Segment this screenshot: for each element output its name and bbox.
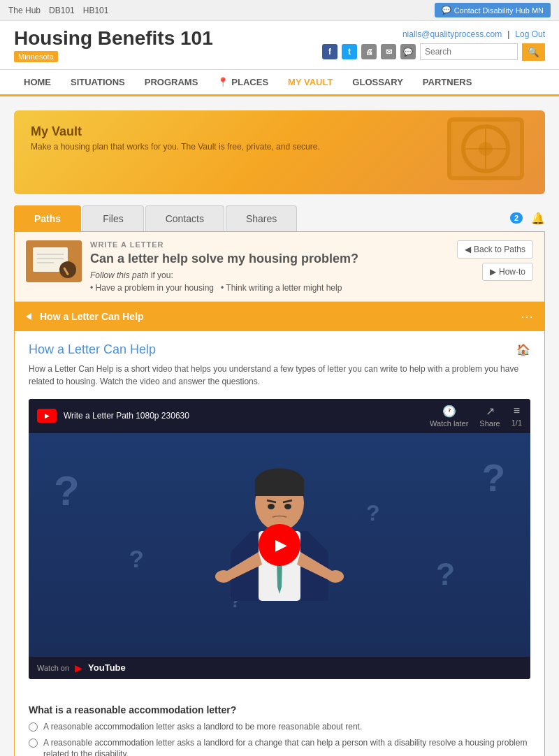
back-to-paths-button[interactable]: ◀ Back to Paths [457, 240, 533, 259]
content-area: How a Letter Can Help 🏠 How a Letter Can… [15, 331, 544, 756]
topbar-link-db101[interactable]: DB101 [49, 6, 75, 15]
section-header-title: How a Letter Can Help [26, 311, 144, 322]
watch-later-button[interactable]: 🕐 Watch later [430, 405, 468, 428]
questions-section: What is a reasonable accommodation lette… [29, 693, 530, 756]
main-nav: HOME SITUATIONS PROGRAMS 📍 PLACES MY VAU… [0, 70, 559, 96]
svg-point-5 [59, 261, 76, 278]
question-1-label: What is a reasonable accommodation lette… [29, 704, 530, 715]
tabs-container: Paths Files Contacts Shares 2 🔔 [14, 205, 545, 231]
clock-icon: 🕐 [442, 405, 456, 418]
letter-illustration [26, 240, 82, 282]
nav-my-vault[interactable]: MY VAULT [278, 70, 342, 96]
triangle-icon [26, 313, 31, 320]
svg-point-17 [327, 570, 344, 583]
bell-icon[interactable]: 🔔 [531, 212, 545, 225]
svg-point-13 [284, 504, 291, 509]
video-count: ≡ 1/1 [511, 405, 522, 427]
header-right: nialls@qualityprocess.com | Log Out f t … [322, 29, 545, 61]
section-menu-dots[interactable]: ⋯ [521, 309, 533, 324]
chat-icon: 💬 [442, 6, 451, 15]
search-button[interactable]: 🔍 [522, 43, 545, 61]
section-header[interactable]: How a Letter Can Help ⋯ [15, 302, 544, 331]
top-bar: The Hub DB101 HB101 💬 Contact Disability… [0, 0, 559, 21]
twitter-icon[interactable]: t [342, 44, 357, 59]
main-content: My Vault Make a housing plan that works … [0, 96, 559, 756]
path-title: Can a letter help solve my housing probl… [90, 252, 449, 266]
logout-link[interactable]: Log Out [515, 29, 545, 39]
page-title: Housing Benefits 101 [14, 28, 213, 50]
svg-rect-9 [255, 479, 304, 496]
path-actions: ◀ Back to Paths ▶ How-to [457, 240, 533, 281]
tab-contacts[interactable]: Contacts [145, 205, 224, 231]
vault-safe-graphic [447, 117, 524, 180]
video-container[interactable]: Write a Letter Path 1080p 230630 🕐 Watch… [29, 399, 530, 679]
topbar-link-hub[interactable]: The Hub [8, 6, 41, 15]
vault-icon [447, 117, 531, 187]
notification-badge: 2 [510, 212, 523, 224]
social-icons: f t 🖨 ✉ 💬 [322, 44, 416, 59]
search-input[interactable] [420, 43, 518, 60]
video-icon: ▶ [490, 267, 496, 277]
places-pin-icon: 📍 [217, 77, 228, 87]
content-description: How a Letter Can Help is a short video t… [29, 363, 530, 388]
play-button[interactable] [259, 524, 300, 566]
header-actions: nialls@qualityprocess.com | Log Out [402, 29, 545, 39]
video-controls: 🕐 Watch later ↗ Share ≡ 1/1 [430, 405, 522, 428]
vault-banner: My Vault Make a housing plan that works … [14, 110, 545, 194]
radio-q1-opt1-label: A reasonable accommodation letter asks a… [43, 721, 362, 733]
header: Housing Benefits 101 Minnesota nialls@qu… [0, 21, 559, 70]
video-footer: Watch on ▶ YouTube [29, 657, 530, 679]
video-top-bar: Write a Letter Path 1080p 230630 🕐 Watch… [29, 399, 530, 433]
path-card: WRITE A LETTER Can a letter help solve m… [14, 231, 545, 756]
path-bullets: • Have a problem in your housing • Think… [90, 283, 449, 293]
radio-q1-opt2[interactable] [29, 739, 38, 748]
contact-button[interactable]: 💬 Contact Disability Hub MN [435, 3, 551, 17]
topbar-link-hb101[interactable]: HB101 [83, 6, 109, 15]
vault-wheel-center [479, 142, 493, 156]
question-1-option-2: A reasonable accommodation letter asks a… [29, 737, 530, 756]
path-label: WRITE A LETTER [90, 240, 449, 249]
youtube-logo [37, 409, 57, 423]
tab-paths[interactable]: Paths [14, 205, 81, 231]
path-image [26, 240, 82, 282]
nav-home[interactable]: HOME [14, 70, 61, 94]
nav-partners[interactable]: PARTNERS [413, 70, 482, 94]
svg-point-12 [268, 504, 275, 509]
path-follow: Follow this path if you: [90, 270, 449, 280]
how-to-button[interactable]: ▶ How-to [482, 263, 533, 281]
watch-on-label: Watch on [37, 664, 69, 672]
svg-point-16 [215, 570, 232, 583]
youtube-wordmark: YouTube [88, 662, 126, 673]
nav-places[interactable]: 📍 PLACES [208, 70, 278, 94]
vault-wheel-graphic [461, 124, 510, 173]
user-email-link[interactable]: nialls@qualityprocess.com [402, 29, 502, 39]
tab-shares[interactable]: Shares [226, 205, 297, 231]
email-icon[interactable]: ✉ [381, 44, 396, 59]
question-block-1: What is a reasonable accommodation lette… [29, 704, 530, 756]
video-title: Write a Letter Path 1080p 230630 [64, 411, 423, 421]
question-1-option-1: A reasonable accommodation letter asks a… [29, 721, 530, 733]
tabs: Paths Files Contacts Shares [14, 205, 298, 231]
back-arrow-icon: ◀ [465, 245, 471, 254]
comment-icon[interactable]: 💬 [400, 44, 416, 59]
facebook-icon[interactable]: f [322, 44, 337, 59]
site-title: Housing Benefits 101 Minnesota [14, 28, 213, 62]
print-icon[interactable]: 🖨 [361, 44, 377, 59]
content-title: How a Letter Can Help 🏠 [29, 342, 530, 357]
nav-situations[interactable]: SITUATIONS [61, 70, 135, 94]
page-subtitle: Minnesota [14, 51, 58, 62]
list-icon: ≡ [514, 405, 520, 417]
radio-q1-opt1[interactable] [29, 722, 38, 732]
tab-files[interactable]: Files [82, 205, 144, 231]
share-icon: ↗ [486, 405, 495, 418]
path-content: WRITE A LETTER Can a letter help solve m… [90, 240, 449, 293]
share-button[interactable]: ↗ Share [479, 405, 500, 428]
home-icon[interactable]: 🏠 [516, 343, 530, 356]
header-search: f t 🖨 ✉ 💬 🔍 [322, 43, 545, 61]
nav-programs[interactable]: PROGRAMS [135, 70, 208, 94]
video-main[interactable]: ? ? ? ? ? ? [29, 433, 530, 657]
nav-glossary[interactable]: GLOSSARY [342, 70, 412, 94]
video-background: ? ? ? ? ? ? [29, 433, 530, 657]
radio-q1-opt2-label: A reasonable accommodation letter asks a… [43, 737, 530, 756]
youtube-icon-small: ▶ [75, 662, 82, 674]
